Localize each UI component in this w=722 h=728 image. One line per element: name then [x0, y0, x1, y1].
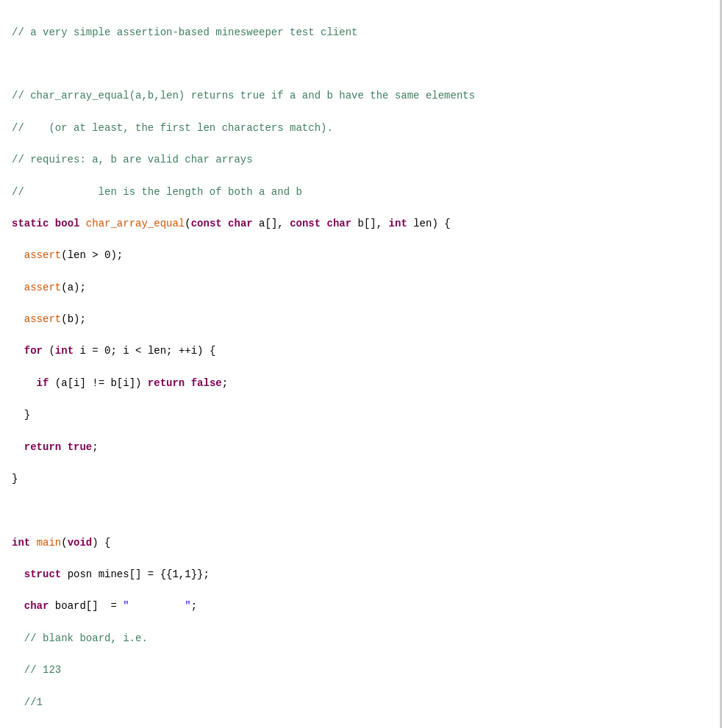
line-18: // blank board, i.e.	[12, 631, 708, 647]
line-10: for (int i = 0; i < len; ++i) {	[12, 343, 708, 360]
line-14: }	[12, 471, 708, 488]
line-blank-2	[12, 503, 708, 519]
line-15: int main(void) {	[12, 535, 708, 552]
line-6: static bool char_array_equal(const char …	[12, 216, 708, 232]
line-11: if (a[i] != b[i]) return false;	[12, 376, 708, 392]
line-2: // char_array_equal(a,b,len) returns tru…	[12, 88, 708, 104]
line-12: }	[12, 407, 708, 424]
line-7: assert(len > 0);	[12, 248, 708, 264]
line-4: // requires: a, b are valid char arrays	[12, 152, 708, 168]
line-17: char board[] = " ";	[12, 599, 708, 615]
line-19: // 123	[12, 663, 708, 679]
line-20: //1	[12, 695, 708, 711]
line-9: assert(b);	[12, 312, 708, 328]
line-5: // len is the length of both a and b	[12, 185, 708, 201]
line-1: // a very simple assertion-based mineswe…	[12, 25, 708, 41]
line-13: return true;	[12, 440, 708, 456]
line-blank-1	[12, 57, 708, 73]
line-3: // (or at least, the first len character…	[12, 121, 708, 137]
code-editor: // a very simple assertion-based mineswe…	[0, 0, 722, 728]
line-8: assert(a);	[12, 280, 708, 296]
line-16: struct posn mines[] = {{1,1}};	[12, 567, 708, 583]
